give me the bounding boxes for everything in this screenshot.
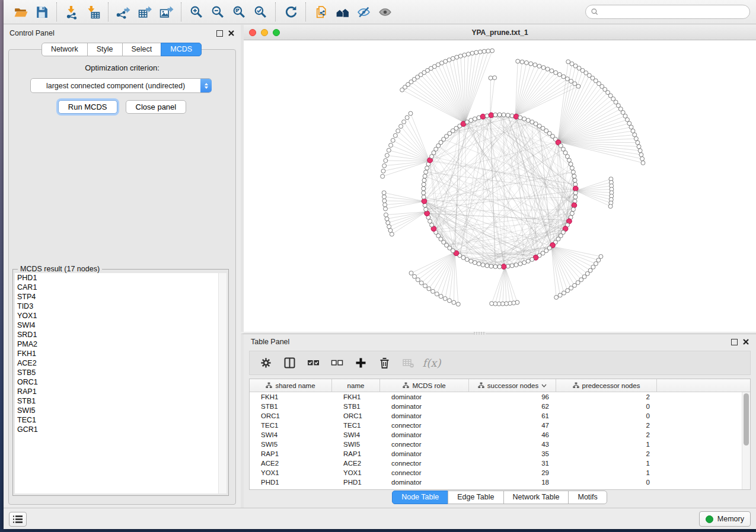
network-node[interactable] — [566, 60, 570, 64]
open-session-button[interactable] — [9, 2, 31, 22]
network-node[interactable] — [423, 284, 428, 288]
show-all-button[interactable] — [374, 2, 395, 22]
network-node[interactable] — [477, 262, 481, 266]
network-node[interactable] — [430, 155, 434, 159]
network-node[interactable] — [382, 191, 386, 195]
network-node[interactable] — [425, 166, 429, 170]
criterion-dropdown[interactable]: largest connected component (undirected) — [30, 78, 212, 93]
network-node[interactable] — [558, 293, 562, 297]
zoom-out-button[interactable] — [207, 2, 228, 22]
network-node[interactable] — [456, 302, 460, 306]
tab-select[interactable]: Select — [122, 43, 162, 56]
table-row[interactable]: YOX1YOX1connector291 — [250, 468, 750, 477]
network-node[interactable] — [387, 225, 391, 229]
network-node[interactable] — [569, 79, 573, 84]
network-node[interactable] — [522, 117, 527, 121]
table-row[interactable]: ACE2ACE2connector311 — [250, 459, 750, 468]
network-node[interactable] — [554, 295, 559, 299]
tab-network[interactable]: Network — [42, 43, 88, 56]
table-row[interactable]: TEC1TEC1connector472 — [250, 421, 750, 430]
table-row[interactable]: RAP1RAP1dominator352 — [250, 449, 750, 459]
gear-button[interactable] — [257, 354, 275, 372]
network-node[interactable] — [518, 262, 522, 266]
network-node[interactable] — [444, 59, 448, 63]
network-node[interactable] — [424, 207, 428, 211]
network-node[interactable] — [633, 133, 637, 137]
network-node[interactable] — [384, 207, 388, 211]
list-item[interactable]: RAP1 — [15, 387, 227, 396]
network-graph[interactable] — [244, 40, 756, 332]
network-node[interactable] — [443, 297, 447, 301]
network-node[interactable] — [514, 263, 518, 267]
network-node[interactable] — [497, 113, 502, 117]
table-scrollbar-thumb[interactable] — [744, 393, 749, 446]
network-node[interactable] — [473, 261, 477, 265]
network-node[interactable] — [474, 50, 479, 55]
network-node[interactable] — [399, 124, 403, 129]
network-node[interactable] — [639, 153, 643, 157]
list-item[interactable]: PHD1 — [15, 273, 227, 283]
float-table-panel-icon[interactable] — [731, 339, 738, 345]
network-node[interactable] — [570, 166, 574, 170]
memory-button[interactable]: Memory — [699, 511, 751, 527]
network-node[interactable] — [428, 219, 432, 223]
network-node[interactable] — [465, 120, 469, 124]
close-panel-button[interactable]: Close panel — [126, 100, 187, 114]
network-node[interactable] — [469, 118, 473, 123]
network-node[interactable] — [567, 158, 571, 162]
network-node[interactable] — [571, 170, 575, 174]
dominator-node[interactable] — [501, 264, 506, 270]
network-node[interactable] — [637, 145, 641, 149]
dominator-node[interactable] — [573, 186, 578, 191]
network-node[interactable] — [387, 148, 391, 152]
list-item[interactable]: SRD1 — [15, 330, 227, 339]
network-node[interactable] — [557, 72, 562, 76]
network-node[interactable] — [640, 156, 645, 161]
network-node[interactable] — [382, 198, 387, 203]
network-node[interactable] — [625, 118, 629, 122]
network-node[interactable] — [416, 278, 420, 282]
network-node[interactable] — [385, 153, 389, 158]
network-node[interactable] — [541, 66, 546, 70]
network-node[interactable] — [383, 203, 387, 207]
network-node[interactable] — [573, 82, 577, 86]
network-node[interactable] — [393, 133, 397, 137]
list-item[interactable]: STB1 — [15, 396, 227, 406]
network-node[interactable] — [435, 292, 439, 296]
network-node[interactable] — [594, 262, 598, 266]
network-node[interactable] — [423, 174, 427, 178]
table-row[interactable]: PHD1PHD1dominator180 — [250, 477, 750, 487]
dominator-node[interactable] — [572, 203, 577, 208]
network-node[interactable] — [489, 76, 493, 80]
close-table-panel-icon[interactable] — [743, 339, 749, 345]
network-node[interactable] — [526, 259, 530, 263]
list-item[interactable]: YOX1 — [15, 311, 227, 321]
network-node[interactable] — [520, 60, 524, 64]
network-node[interactable] — [473, 117, 477, 121]
network-node[interactable] — [573, 178, 577, 182]
float-panel-icon[interactable] — [216, 30, 223, 37]
network-node[interactable] — [510, 264, 514, 268]
network-node[interactable] — [530, 258, 534, 262]
network-canvas[interactable] — [244, 40, 756, 332]
network-node[interactable] — [522, 261, 527, 265]
column-header-shared-name[interactable]: shared name — [250, 379, 332, 392]
network-node[interactable] — [599, 255, 603, 259]
task-history-button[interactable] — [9, 512, 27, 527]
network-node[interactable] — [389, 143, 393, 148]
tab-edge-table[interactable]: Edge Table — [448, 491, 503, 504]
dominator-node[interactable] — [489, 113, 494, 118]
list-item[interactable]: STB5 — [15, 368, 227, 377]
network-node[interactable] — [585, 271, 589, 275]
list-item[interactable]: PMA2 — [15, 339, 227, 349]
network-node[interactable] — [381, 169, 385, 173]
save-session-button[interactable] — [31, 2, 52, 22]
network-node[interactable] — [481, 263, 485, 267]
network-node[interactable] — [385, 217, 389, 221]
network-node[interactable] — [565, 77, 569, 81]
list-item[interactable]: FKH1 — [15, 349, 227, 358]
network-node[interactable] — [469, 259, 473, 263]
network-node[interactable] — [629, 125, 633, 129]
network-node[interactable] — [569, 286, 573, 290]
network-node[interactable] — [489, 264, 493, 268]
